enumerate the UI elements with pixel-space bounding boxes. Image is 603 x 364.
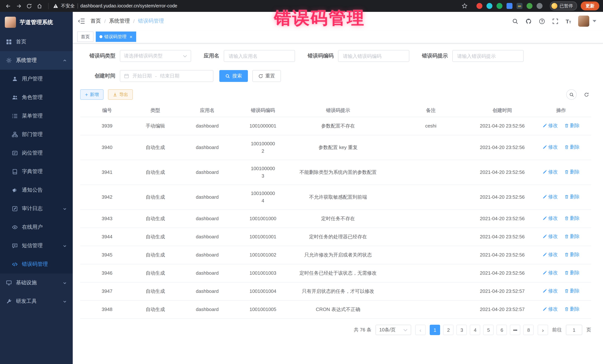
edit-link[interactable]: 修改 <box>543 269 558 276</box>
page-button[interactable]: 6 <box>497 325 507 335</box>
chevron-down-icon <box>63 281 67 285</box>
user-avatar[interactable] <box>578 16 589 27</box>
reset-button[interactable]: 重置 <box>252 70 281 82</box>
edit-link[interactable]: 修改 <box>543 305 558 313</box>
app-logo[interactable]: 芋道管理系统 <box>0 12 73 33</box>
error-hint-input[interactable] <box>456 53 520 59</box>
view-tab[interactable]: 首页 <box>77 32 93 42</box>
cell-create-time: 2021-04-20 23:52:57 <box>474 282 531 300</box>
breadcrumb-item[interactable]: 系统管理 <box>109 18 130 24</box>
page-button[interactable]: 5 <box>483 325 494 335</box>
page-button[interactable]: 8 <box>523 325 533 335</box>
blue-stats-extension-icon[interactable] <box>507 3 512 9</box>
page-button[interactable]: 4 <box>470 325 480 335</box>
pager-ellipsis[interactable]: ••• <box>510 325 520 335</box>
users-icon <box>12 95 18 100</box>
page-button[interactable]: 2 <box>443 325 453 335</box>
sidebar-item[interactable]: 角色管理 <box>0 88 73 107</box>
help-icon[interactable] <box>539 18 545 24</box>
cell-remark <box>388 264 474 282</box>
refresh-table-icon[interactable] <box>581 90 591 99</box>
sidebar-item[interactable]: 用户管理 <box>0 70 73 88</box>
page-button[interactable]: 1 <box>430 325 440 335</box>
app-name-input[interactable] <box>228 53 291 59</box>
sidebar-collapse-icon[interactable] <box>78 18 85 24</box>
sidebar-item[interactable]: 基础设施 <box>0 274 73 292</box>
profile-paused-badge[interactable]: 已暂停 <box>550 1 577 10</box>
next-page-button[interactable]: › <box>538 325 548 335</box>
forward-icon[interactable] <box>14 1 23 10</box>
delete-label: 删除 <box>570 193 580 200</box>
sidebar-item[interactable]: 在线用户 <box>0 218 73 236</box>
bookmark-star-icon[interactable] <box>462 3 468 9</box>
pencil-icon <box>543 307 547 311</box>
reload-icon[interactable] <box>24 1 33 10</box>
error-type-select[interactable]: 请选择错误码类型 <box>120 50 191 62</box>
edit-link[interactable]: 修改 <box>543 251 558 258</box>
delete-link[interactable]: 删除 <box>564 168 580 176</box>
red-record-extension-icon[interactable] <box>476 3 482 9</box>
search-button[interactable]: 搜索 <box>219 70 248 82</box>
column-header: 备注 <box>388 104 474 117</box>
cell-type: 手动编辑 <box>134 117 177 135</box>
delete-link[interactable]: 删除 <box>564 233 580 240</box>
delete-link[interactable]: 删除 <box>564 305 580 313</box>
edit-link[interactable]: 修改 <box>543 215 558 222</box>
edit-link[interactable]: 修改 <box>543 122 558 129</box>
export-button[interactable]: 导出 <box>108 89 133 100</box>
home-icon[interactable] <box>35 1 44 10</box>
sidebar-item[interactable]: 研发工具 <box>0 292 73 311</box>
toggle-search-icon[interactable] <box>566 89 577 100</box>
edit-link[interactable]: 修改 <box>543 143 558 151</box>
sidebar-item[interactable]: 首页 <box>0 33 73 51</box>
font-size-icon[interactable]: TT <box>566 18 571 24</box>
delete-link[interactable]: 删除 <box>564 269 580 276</box>
address-bar[interactable]: 不安全 dashboard.yudao.iocoder.cn/system/er… <box>48 3 471 9</box>
teal-drop-extension-icon[interactable] <box>487 3 492 9</box>
sidebar-item[interactable]: 审计日志 <box>0 199 73 218</box>
goto-page-input[interactable] <box>566 325 582 335</box>
dark-on-extension-icon[interactable]: on <box>517 3 522 9</box>
browser-update-button[interactable]: 更新 <box>581 1 599 10</box>
edit-link[interactable]: 修改 <box>543 193 558 200</box>
fullscreen-icon[interactable] <box>552 18 559 24</box>
page-size-select[interactable]: 10条/页 <box>376 325 411 335</box>
delete-link[interactable]: 删除 <box>564 251 580 258</box>
header-search-icon[interactable] <box>512 18 519 24</box>
edit-link[interactable]: 修改 <box>543 287 558 295</box>
puzzle-extension-icon[interactable] <box>537 3 543 9</box>
delete-link[interactable]: 删除 <box>564 143 580 151</box>
cell-type: 自动生成 <box>134 300 177 319</box>
error-code-input[interactable] <box>342 53 405 59</box>
sidebar-item[interactable]: 短信管理 <box>0 236 73 255</box>
edit-link[interactable]: 修改 <box>543 168 558 176</box>
sidebar-item[interactable]: 系统管理 <box>0 51 73 70</box>
view-tab[interactable]: 错误码管理× <box>96 32 136 42</box>
page-button[interactable]: 3 <box>456 325 467 335</box>
tab-close-icon[interactable]: × <box>129 34 132 39</box>
chevron-down-icon <box>63 244 67 248</box>
delete-link[interactable]: 删除 <box>564 287 580 295</box>
edit-link[interactable]: 修改 <box>543 233 558 240</box>
delete-link[interactable]: 删除 <box>564 193 580 200</box>
sidebar-item[interactable]: 部门管理 <box>0 125 73 144</box>
cell-actions: 修改 删除 <box>531 300 591 319</box>
github-icon[interactable] <box>526 18 532 24</box>
sidebar-item[interactable]: 岗位管理 <box>0 144 73 162</box>
date-range-picker[interactable]: 开始日期 - 结束日期 <box>120 70 213 82</box>
top-header: 首页/系统管理/错误码管理 TT <box>73 12 603 30</box>
add-button[interactable]: + 新增 <box>80 89 104 100</box>
avatar-caret-down-icon[interactable] <box>593 20 596 22</box>
prev-page-button[interactable]: ‹ <box>415 325 426 335</box>
breadcrumb-item[interactable]: 首页 <box>91 18 101 24</box>
sidebar-item[interactable]: 字典管理 <box>0 162 73 181</box>
delete-link[interactable]: 删除 <box>564 122 580 129</box>
sidebar-item[interactable]: 错误码管理 <box>0 255 73 274</box>
sidebar-item[interactable]: 菜单管理 <box>0 107 73 125</box>
delete-link[interactable]: 删除 <box>564 215 580 222</box>
green-leaf-extension-icon[interactable] <box>527 3 533 9</box>
table-row: 3941 自动生成 dashboard 100100000 3 不能删除类型为系… <box>80 160 591 185</box>
back-icon[interactable] <box>4 1 13 10</box>
sidebar-item[interactable]: 通知公告 <box>0 181 73 199</box>
green-check-extension-icon[interactable] <box>497 3 502 9</box>
